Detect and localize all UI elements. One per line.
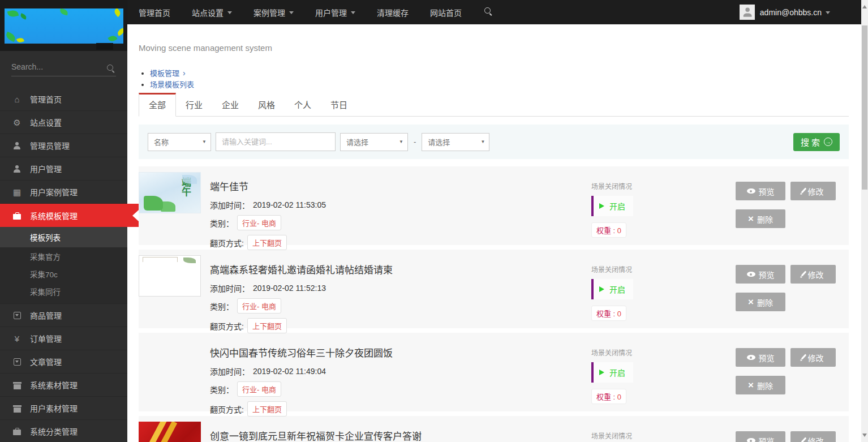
- paging-row: 翻页方式: 上下翻页: [210, 401, 586, 417]
- edit-label: 修改: [808, 186, 824, 197]
- scene-thumbnail[interactable]: [139, 255, 201, 297]
- sidebar-subitem-collect-peers[interactable]: 采集同行: [0, 282, 127, 300]
- x-icon: ×: [748, 380, 754, 390]
- sidebar-item-article-management[interactable]: 文章管理: [0, 350, 127, 374]
- nav-item-site-home[interactable]: 网站首页: [430, 7, 462, 18]
- delete-button[interactable]: × 删除: [736, 376, 785, 394]
- search-button-label: 搜 索: [801, 136, 820, 148]
- nav-item-clear-cache[interactable]: 清理缓存: [377, 7, 409, 18]
- sidebar-item-system-material-management[interactable]: 系统素材管理: [0, 374, 127, 397]
- tab-style[interactable]: 风格: [248, 93, 285, 116]
- nav-item-label: 用户管理: [315, 7, 347, 18]
- field-select[interactable]: 名称: [148, 133, 211, 151]
- tab-industry[interactable]: 行业: [176, 93, 212, 116]
- status-caption: 场景关闭情况: [591, 181, 736, 191]
- scroll-down-arrow-icon[interactable]: [862, 434, 867, 439]
- delete-label: 删除: [757, 297, 773, 308]
- delete-label: 删除: [757, 380, 773, 391]
- scene-thumbnail[interactable]: [139, 338, 201, 380]
- tab-festival[interactable]: 节日: [321, 93, 357, 116]
- nav-item-site-settings[interactable]: 站点设置: [192, 7, 232, 18]
- status-value: 开启: [609, 200, 625, 212]
- delete-button[interactable]: × 删除: [736, 293, 785, 311]
- scene-title: 创意一镜到底元旦新年祝福贺卡企业宣传客户答谢: [210, 428, 586, 442]
- nav-item-label: 案例管理: [253, 7, 285, 18]
- filter-bar: 名称 请选择 - 请选择 搜 索: [139, 125, 849, 159]
- sidebar-item-user-material-management[interactable]: 用户素材管理: [0, 397, 127, 420]
- preview-button[interactable]: 预览: [736, 431, 785, 442]
- sidebar-item-user-management[interactable]: 用户管理: [0, 157, 127, 181]
- list-item: 元旦 创意一镜到底元旦新年祝福贺卡企业宣传客户答谢 添加时间： 场景关闭情况: [139, 416, 849, 442]
- sidebar-item-label: 管理员管理: [30, 140, 70, 151]
- added-time-label: 添加时间：: [210, 366, 250, 377]
- sidebar-item-admin-home[interactable]: ⌂ 管理首页: [0, 88, 127, 111]
- nav-item-user-management[interactable]: 用户管理: [315, 7, 355, 18]
- main-content: Moving scene management system 模板管理› 场景模…: [127, 24, 861, 442]
- sidebar-subitem-collect-70c[interactable]: 采集70c: [0, 265, 127, 282]
- nav-item-case-management[interactable]: 案例管理: [253, 7, 294, 18]
- paging-row: 翻页方式: 上下翻页: [210, 235, 586, 250]
- preview-button[interactable]: 预览: [736, 182, 785, 200]
- sidebar-item-user-case-management[interactable]: ▦ 用户案例管理: [0, 181, 127, 204]
- user-menu[interactable]: admin@ohbbs.cn: [740, 5, 861, 20]
- yen-icon: ¥: [11, 334, 23, 343]
- tab-enterprise[interactable]: 企业: [212, 93, 248, 116]
- sidebar-item-site-settings[interactable]: ⚙ 站点设置: [0, 111, 127, 134]
- caret-square-icon: [11, 358, 23, 366]
- tab-personal[interactable]: 个人: [285, 93, 321, 116]
- nav-item-label: 管理首页: [139, 7, 170, 18]
- sidebar-item-order-management[interactable]: ¥ 订单管理: [0, 327, 127, 350]
- breadcrumb-link-template-management[interactable]: 模板管理: [150, 69, 179, 78]
- added-time-value: 2019-02-02 11:49:04: [253, 367, 326, 376]
- scene-info: 端午佳节 添加时间： 2019-02-02 11:53:05 类别： 行业- 电…: [201, 172, 591, 239]
- edit-button[interactable]: 修改: [790, 431, 836, 442]
- list-item: 高端森系轻奢婚礼邀请函婚礼请帖结婚请柬 添加时间： 2019-02-02 11:…: [139, 250, 849, 328]
- breadcrumb: 模板管理› 场景模板列表: [150, 67, 849, 91]
- status-value: 开启: [609, 284, 625, 295]
- vertical-scrollbar[interactable]: [861, 0, 868, 442]
- sidebar-item-label: 系统分类管理: [30, 426, 78, 437]
- sidebar-subitem-template-list[interactable]: 模板列表: [0, 227, 127, 247]
- scene-thumbnail[interactable]: 元旦: [139, 422, 201, 442]
- edit-button[interactable]: 修改: [790, 182, 836, 200]
- breadcrumb-link-scene-template-list[interactable]: 场景模板列表: [150, 80, 194, 89]
- site-logo[interactable]: [5, 8, 123, 44]
- search-button[interactable]: 搜 索: [793, 133, 840, 151]
- paging-badge: 上下翻页: [247, 235, 287, 250]
- briefcase-icon: [11, 212, 23, 220]
- sidebar-item-label: 用户管理: [30, 163, 62, 174]
- range-select-start[interactable]: 请选择: [340, 133, 408, 151]
- status-toggle[interactable]: 开启: [591, 196, 633, 216]
- sidebar-item-system-template-management[interactable]: 系统模板管理: [0, 204, 139, 227]
- sidebar-item-product-management[interactable]: 商品管理: [0, 304, 127, 327]
- sidebar-item-admin-management[interactable]: 管理员管理: [0, 134, 127, 157]
- delete-button[interactable]: × 删除: [736, 209, 785, 228]
- sidebar-item-label: 订单管理: [30, 333, 62, 344]
- logo-tab-decoration: [96, 43, 113, 50]
- sidebar-search-input[interactable]: [11, 59, 116, 76]
- scene-actions: 预览 修改 × 删除: [736, 255, 842, 323]
- edit-button[interactable]: 修改: [790, 348, 836, 367]
- scene-thumbnail[interactable]: 端午: [139, 172, 201, 213]
- edit-button[interactable]: 修改: [790, 265, 836, 284]
- sidebar-item-system-category-management[interactable]: 系统分类管理: [0, 420, 127, 442]
- preview-button[interactable]: 预览: [736, 348, 785, 367]
- search-icon[interactable]: [484, 7, 492, 18]
- nav-item-admin-home[interactable]: 管理首页: [139, 7, 170, 18]
- sidebar-item-label: 用户案例管理: [30, 186, 78, 198]
- sidebar-subitem-collect-official[interactable]: 采集官方: [0, 247, 127, 265]
- added-time-value: 2019-02-02 11:52:13: [253, 284, 326, 293]
- sidebar-subitem-label: 采集70c: [30, 268, 58, 280]
- scrollbar-thumb[interactable]: [862, 25, 867, 190]
- range-select-end[interactable]: 请选择: [422, 133, 489, 151]
- keyword-input[interactable]: [216, 132, 336, 151]
- sidebar-item-label: 系统素材管理: [30, 379, 78, 390]
- preview-button[interactable]: 预览: [736, 265, 785, 284]
- status-toggle[interactable]: 开启: [591, 362, 633, 383]
- added-time-row: 添加时间： 2019-02-02 11:49:04: [210, 366, 586, 377]
- status-toggle[interactable]: 开启: [591, 279, 633, 299]
- scroll-up-arrow-icon[interactable]: [862, 3, 867, 8]
- delete-label: 删除: [757, 213, 773, 225]
- tab-all[interactable]: 全部: [139, 93, 176, 117]
- search-icon[interactable]: [107, 65, 115, 72]
